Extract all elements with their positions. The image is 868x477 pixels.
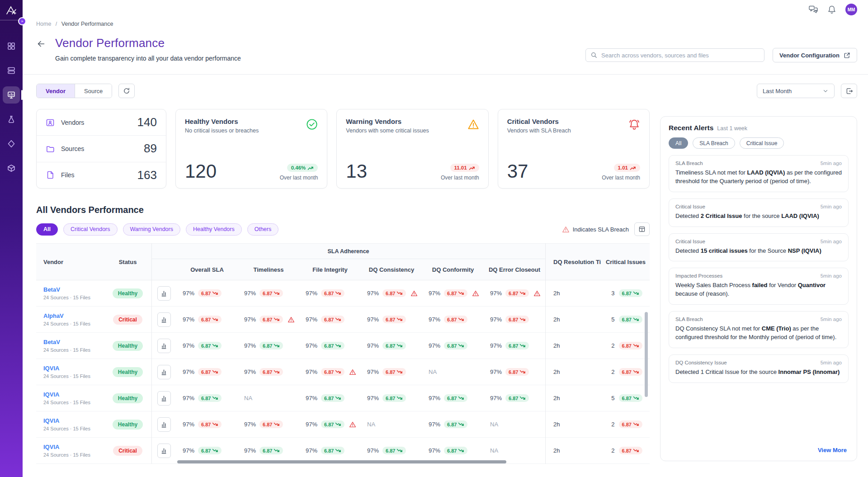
metric-value: 97% [306, 395, 317, 401]
status-cell: Healthy [104, 393, 151, 403]
vendor-link[interactable]: AlphaV [43, 312, 104, 319]
alert-type: DQ Consistency Issue [675, 360, 727, 365]
notifications-bell-icon[interactable] [827, 5, 836, 14]
metric-cell: 97%6.87 [299, 289, 361, 297]
back-arrow-icon[interactable] [36, 39, 46, 62]
count-row-sources: Sources89 [37, 135, 166, 161]
trend-pill: 6.87 [198, 368, 222, 376]
trend-down-icon [396, 449, 403, 453]
horizontal-scrollbar[interactable] [177, 460, 506, 463]
trend-pill: 6.87 [619, 447, 642, 454]
metric-cell: 97%6.87 [238, 368, 299, 376]
vendor-link[interactable]: BetaV [43, 286, 104, 293]
export-button[interactable] [841, 84, 857, 98]
breadcrumb-home-link[interactable]: Home [36, 21, 51, 27]
sidebar-item-dashboard[interactable] [3, 38, 20, 55]
toggle-option-vendor[interactable]: Vendor [37, 84, 75, 98]
metric-cell: 97%6.87 [484, 368, 545, 376]
sidebar-item-pipeline[interactable] [3, 111, 20, 128]
trend-pill: 6.87 [259, 447, 283, 454]
metric-value: 97% [490, 368, 502, 375]
metric-value: 97% [429, 290, 440, 297]
status-cell: Healthy [104, 420, 151, 430]
trend-down-icon [519, 396, 526, 400]
vertical-scrollbar[interactable] [645, 312, 648, 397]
trend-pill: 6.87 [444, 394, 467, 402]
dq-resolution-cell: 2h [545, 421, 602, 428]
refresh-button[interactable] [118, 84, 135, 98]
row-chart-button[interactable] [157, 444, 171, 458]
period-select[interactable]: Last Month [757, 84, 835, 98]
trend-down-icon [519, 370, 526, 374]
row-chart-button[interactable] [157, 417, 171, 432]
breadcrumb: Home / Vendor Performance [36, 21, 857, 27]
metric-value: 97% [306, 447, 317, 454]
sla-breach-warning-icon [349, 421, 356, 428]
filter-chip-healthy-vendors[interactable]: Healthy Vendors [186, 223, 242, 236]
vendor-cell: IQVIA24 Sources · 15 Files [36, 365, 104, 379]
metric-cell: 97%6.87 [299, 316, 361, 323]
filter-chip-all[interactable]: All [36, 223, 58, 236]
vendors-badge-icon [46, 118, 55, 127]
trend-down-icon [274, 422, 280, 426]
alerts-period: Last 1 week [717, 125, 747, 132]
chevron-down-icon [822, 88, 829, 94]
left-column: Vendors140Sources89Files163 Healthy Vend… [36, 109, 650, 464]
metric-value: 97% [429, 342, 440, 349]
view-more-link[interactable]: View More [818, 447, 847, 453]
sidebar-item-datasets[interactable] [3, 62, 20, 79]
vendor-meta: 24 Sources · 15 Files [43, 452, 104, 458]
alert-filter-sla-breach[interactable]: SLA Breach [693, 137, 735, 149]
sla-breach-warning-icon [472, 290, 479, 297]
search-input[interactable] [601, 52, 760, 59]
column-header-chart [151, 259, 176, 280]
row-chart-button[interactable] [157, 365, 171, 379]
alert-filter-all[interactable]: All [669, 137, 688, 149]
toggle-option-source[interactable]: Source [75, 84, 112, 98]
user-avatar[interactable]: MM [845, 4, 857, 15]
vendor-link[interactable]: IQVIA [43, 391, 104, 398]
filter-chip-warning-vendors[interactable]: Warning Vendors [123, 223, 180, 236]
filter-chip-critical-vendors[interactable]: Critical Vendors [63, 223, 118, 236]
sidebar-expand-button[interactable]: » [18, 17, 26, 25]
export-icon [845, 87, 853, 95]
vendor-link[interactable]: IQVIA [43, 365, 104, 372]
kpi-delta-pill: 0.46% [287, 164, 318, 172]
alert-filter-critical-issue[interactable]: Critical Issue [740, 137, 784, 149]
vendor-link[interactable]: IQVIA [43, 417, 104, 424]
count-label: Sources [61, 145, 84, 152]
metric-cell: 97%6.87 [299, 368, 361, 376]
column-settings-button[interactable] [634, 222, 650, 236]
trend-down-icon [335, 344, 341, 348]
row-chart-button[interactable] [157, 312, 171, 327]
critical-issues-count: 2 [611, 421, 614, 428]
vendor-cell: IQVIA24 Sources · 15 Files [36, 391, 104, 405]
trend-pill: 6.87 [444, 289, 467, 297]
vendor-configuration-button[interactable]: Vendor Configuration [773, 48, 857, 62]
chat-icon[interactable] [808, 5, 818, 14]
trend-down-icon [212, 370, 218, 374]
period-select-value: Last Month [763, 88, 792, 94]
trend-pill: 6.87 [619, 316, 642, 323]
sidebar-item-vendor-performance[interactable] [3, 86, 20, 104]
search-icon [590, 52, 598, 59]
row-chart-button[interactable] [157, 391, 171, 406]
column-header-file-integrity: File Integrity [299, 259, 361, 280]
vendor-link[interactable]: BetaV [43, 339, 104, 345]
critical-issues-cell: 26.87 [602, 368, 650, 376]
trend-pill: 6.87 [321, 447, 344, 454]
vendor-link[interactable]: IQVIA [43, 444, 104, 450]
table-columns-icon [638, 226, 646, 233]
sidebar-item-quality[interactable] [3, 135, 20, 152]
row-chart-button[interactable] [157, 339, 171, 353]
alerts-title: Recent Alerts [669, 124, 713, 132]
metric-cell: 97%6.87 [299, 394, 361, 402]
filter-chip-others[interactable]: Others [247, 223, 279, 236]
trend-pill: 6.87 [505, 316, 529, 323]
trend-down-icon [212, 317, 218, 321]
trend-down-icon [274, 291, 280, 295]
row-chart-button[interactable] [157, 286, 171, 301]
sidebar-item-catalog[interactable] [3, 160, 20, 177]
trend-pill: 6.87 [505, 394, 529, 402]
alert-card: SLA Breach5min agoTimeliness SLA not met… [669, 155, 849, 192]
